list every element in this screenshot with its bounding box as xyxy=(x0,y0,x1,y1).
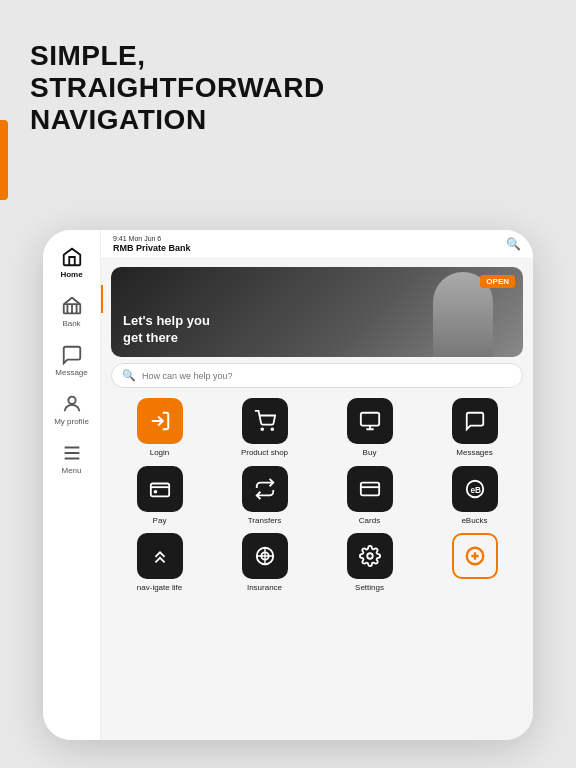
settings-label: Settings xyxy=(355,583,384,593)
search-bar-icon: 🔍 xyxy=(122,369,136,382)
svg-point-13 xyxy=(154,490,156,492)
sidebar-message-label: Message xyxy=(55,368,87,377)
search-bar[interactable]: 🔍 xyxy=(111,363,523,388)
bank-icon xyxy=(61,295,83,317)
tablet-device: Home Bank Message xyxy=(43,230,533,740)
hero-line1: Let's help you xyxy=(123,313,210,330)
grid-item-login[interactable]: Login xyxy=(111,398,208,458)
hero-banner: OPEN Let's help you get there xyxy=(111,267,523,357)
ebucks-label: eBucks xyxy=(461,516,487,526)
buy-label: Buy xyxy=(363,448,377,458)
status-bar: 9:41 Mon Jun 6 xyxy=(113,235,191,242)
sidebar-item-bank[interactable]: Bank xyxy=(43,287,100,336)
svg-point-20 xyxy=(367,553,373,559)
svg-point-10 xyxy=(271,428,273,430)
open-badge: OPEN xyxy=(480,275,515,288)
svg-rect-11 xyxy=(360,413,378,426)
accent-bar xyxy=(0,120,8,200)
message-sidebar-icon xyxy=(61,344,83,366)
svg-text:eB: eB xyxy=(470,485,481,494)
heading-line3: NAVIGATION xyxy=(30,104,325,136)
grid-item-settings[interactable]: Settings xyxy=(321,533,418,593)
login-icon-box xyxy=(137,398,183,444)
insurance-icon-box xyxy=(242,533,288,579)
grid-item-add-more[interactable] xyxy=(426,533,523,593)
pay-icon-box xyxy=(137,466,183,512)
login-label: Login xyxy=(150,448,170,458)
grid-item-navigate-life[interactable]: nav-igate life xyxy=(111,533,208,593)
product-shop-label: Product shop xyxy=(241,448,288,458)
add-more-icon-box xyxy=(452,533,498,579)
heading-line2: STRAIGHTFORWARD xyxy=(30,72,325,104)
sidebar-item-message[interactable]: Message xyxy=(43,336,100,385)
sidebar-profile-label: My profile xyxy=(54,417,89,426)
home-icon xyxy=(61,246,83,268)
sidebar-item-menu[interactable]: Menu xyxy=(43,434,100,483)
hero-line2: get there xyxy=(123,330,210,347)
pay-label: Pay xyxy=(153,516,167,526)
search-input[interactable] xyxy=(142,371,512,381)
transfers-label: Transfers xyxy=(248,516,282,526)
svg-rect-12 xyxy=(150,483,168,496)
insurance-label: Insurance xyxy=(247,583,282,593)
messages-label: Messages xyxy=(456,448,492,458)
grid-item-insurance[interactable]: Insurance xyxy=(216,533,313,593)
svg-point-9 xyxy=(261,428,263,430)
ebucks-icon-box: eB xyxy=(452,466,498,512)
sidebar-home-label: Home xyxy=(60,270,82,279)
heading-line1: SIMPLE, xyxy=(30,40,325,72)
page-heading: SIMPLE, STRAIGHTFORWARD NAVIGATION xyxy=(30,40,325,137)
sidebar-bank-label: Bank xyxy=(62,319,80,328)
hero-text: Let's help you get there xyxy=(111,303,222,357)
profile-icon xyxy=(61,393,83,415)
icon-grid: Login Product shop xyxy=(101,394,533,599)
product-shop-icon-box xyxy=(242,398,288,444)
settings-icon-box xyxy=(347,533,393,579)
grid-item-transfers[interactable]: Transfers xyxy=(216,466,313,526)
grid-item-pay[interactable]: Pay xyxy=(111,466,208,526)
svg-rect-14 xyxy=(360,482,378,495)
sidebar: Home Bank Message xyxy=(43,230,101,740)
status-time: 9:41 Mon Jun 6 xyxy=(113,235,161,242)
grid-item-ebucks[interactable]: eB eBucks xyxy=(426,466,523,526)
cards-icon-box xyxy=(347,466,393,512)
messages-icon-box xyxy=(452,398,498,444)
main-content: 9:41 Mon Jun 6 RMB Private Bank 🔍 OPEN L… xyxy=(101,230,533,740)
navigate-life-label: nav-igate life xyxy=(137,583,182,593)
grid-item-product-shop[interactable]: Product shop xyxy=(216,398,313,458)
sidebar-menu-label: Menu xyxy=(61,466,81,475)
svg-point-4 xyxy=(68,397,75,404)
grid-item-cards[interactable]: Cards xyxy=(321,466,418,526)
grid-item-messages[interactable]: Messages xyxy=(426,398,523,458)
navigate-life-icon-box xyxy=(137,533,183,579)
top-search-icon[interactable]: 🔍 xyxy=(506,237,521,251)
grid-item-buy[interactable]: Buy xyxy=(321,398,418,458)
sidebar-item-profile[interactable]: My profile xyxy=(43,385,100,434)
buy-icon-box xyxy=(347,398,393,444)
menu-icon xyxy=(61,442,83,464)
bank-name-label: RMB Private Bank xyxy=(113,243,191,253)
transfers-icon-box xyxy=(242,466,288,512)
top-bar: 9:41 Mon Jun 6 RMB Private Bank 🔍 xyxy=(101,230,533,259)
sidebar-active-indicator xyxy=(101,285,103,313)
cards-label: Cards xyxy=(359,516,380,526)
sidebar-item-home[interactable]: Home xyxy=(43,238,100,287)
